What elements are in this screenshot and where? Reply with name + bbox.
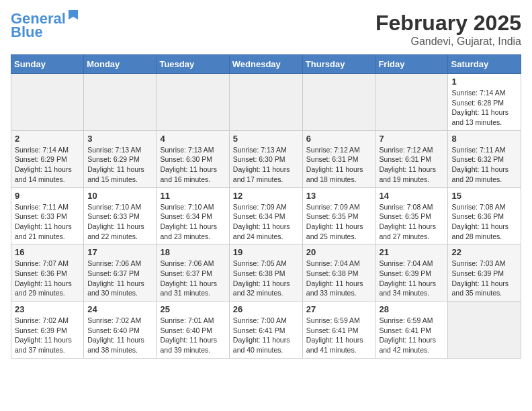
calendar-cell: 17Sunrise: 7:06 AM Sunset: 6:37 PM Dayli… xyxy=(84,244,157,302)
day-number: 25 xyxy=(160,304,225,314)
calendar-cell: 16Sunrise: 7:07 AM Sunset: 6:36 PM Dayli… xyxy=(11,244,84,302)
day-info: Sunrise: 7:07 AM Sunset: 6:36 PM Dayligh… xyxy=(15,259,80,298)
day-number: 1 xyxy=(451,77,517,87)
day-number: 14 xyxy=(379,191,444,201)
day-number: 5 xyxy=(233,134,299,144)
calendar-cell xyxy=(84,74,157,131)
day-info: Sunrise: 7:10 AM Sunset: 6:33 PM Dayligh… xyxy=(87,202,152,242)
day-info: Sunrise: 7:06 AM Sunset: 6:37 PM Dayligh… xyxy=(160,259,225,298)
day-number: 3 xyxy=(87,134,152,144)
calendar-cell: 13Sunrise: 7:09 AM Sunset: 6:35 PM Dayli… xyxy=(302,187,375,244)
day-info: Sunrise: 7:09 AM Sunset: 6:34 PM Dayligh… xyxy=(233,202,299,242)
week-row-4: 16Sunrise: 7:07 AM Sunset: 6:36 PM Dayli… xyxy=(11,244,521,302)
calendar-cell: 15Sunrise: 7:08 AM Sunset: 6:36 PM Dayli… xyxy=(448,187,521,244)
day-info: Sunrise: 7:02 AM Sunset: 6:39 PM Dayligh… xyxy=(15,316,80,355)
day-info: Sunrise: 6:59 AM Sunset: 6:41 PM Dayligh… xyxy=(379,316,444,355)
calendar-cell xyxy=(11,74,84,131)
weekday-header-saturday: Saturday xyxy=(448,55,521,74)
day-number: 20 xyxy=(306,247,372,257)
calendar-cell: 21Sunrise: 7:04 AM Sunset: 6:39 PM Dayli… xyxy=(375,244,448,302)
calendar-cell: 24Sunrise: 7:02 AM Sunset: 6:40 PM Dayli… xyxy=(84,302,157,359)
day-info: Sunrise: 7:04 AM Sunset: 6:39 PM Dayligh… xyxy=(379,259,444,298)
calendar-cell xyxy=(375,74,448,131)
day-number: 10 xyxy=(87,191,152,201)
day-info: Sunrise: 7:14 AM Sunset: 6:28 PM Dayligh… xyxy=(451,88,517,128)
day-number: 12 xyxy=(233,191,299,201)
calendar-cell: 20Sunrise: 7:04 AM Sunset: 6:38 PM Dayli… xyxy=(302,244,375,302)
title-area: February 2025 Gandevi, Gujarat, India xyxy=(375,11,521,48)
calendar-cell: 1Sunrise: 7:14 AM Sunset: 6:28 PM Daylig… xyxy=(448,74,521,131)
day-info: Sunrise: 7:13 AM Sunset: 6:30 PM Dayligh… xyxy=(233,145,299,185)
day-number: 6 xyxy=(306,134,372,144)
weekday-header-wednesday: Wednesday xyxy=(229,55,302,74)
week-row-2: 2Sunrise: 7:14 AM Sunset: 6:29 PM Daylig… xyxy=(11,130,521,187)
day-number: 11 xyxy=(160,191,225,201)
calendar-cell: 26Sunrise: 7:00 AM Sunset: 6:41 PM Dayli… xyxy=(229,302,302,359)
day-number: 4 xyxy=(160,134,225,144)
calendar-cell: 5Sunrise: 7:13 AM Sunset: 6:30 PM Daylig… xyxy=(229,130,302,187)
calendar-cell xyxy=(448,302,521,359)
day-number: 26 xyxy=(233,304,299,314)
day-info: Sunrise: 7:04 AM Sunset: 6:38 PM Dayligh… xyxy=(306,259,372,298)
day-number: 18 xyxy=(160,247,225,257)
day-info: Sunrise: 7:06 AM Sunset: 6:37 PM Dayligh… xyxy=(87,259,152,298)
day-number: 24 xyxy=(87,304,152,314)
week-row-5: 23Sunrise: 7:02 AM Sunset: 6:39 PM Dayli… xyxy=(11,302,521,359)
day-info: Sunrise: 7:03 AM Sunset: 6:39 PM Dayligh… xyxy=(451,259,517,298)
day-info: Sunrise: 7:02 AM Sunset: 6:40 PM Dayligh… xyxy=(87,316,152,355)
calendar-cell xyxy=(229,74,302,131)
calendar-cell: 2Sunrise: 7:14 AM Sunset: 6:29 PM Daylig… xyxy=(11,130,84,187)
day-number: 8 xyxy=(451,134,517,144)
calendar-cell: 9Sunrise: 7:11 AM Sunset: 6:33 PM Daylig… xyxy=(11,187,84,244)
day-info: Sunrise: 7:13 AM Sunset: 6:30 PM Dayligh… xyxy=(160,145,225,185)
week-row-3: 9Sunrise: 7:11 AM Sunset: 6:33 PM Daylig… xyxy=(11,187,521,244)
day-number: 27 xyxy=(306,304,372,314)
calendar-cell xyxy=(302,74,375,131)
calendar-cell xyxy=(157,74,229,131)
day-info: Sunrise: 7:14 AM Sunset: 6:29 PM Dayligh… xyxy=(15,145,80,185)
day-info: Sunrise: 7:11 AM Sunset: 6:32 PM Dayligh… xyxy=(451,145,517,185)
week-row-1: 1Sunrise: 7:14 AM Sunset: 6:28 PM Daylig… xyxy=(11,74,521,131)
calendar-cell: 25Sunrise: 7:01 AM Sunset: 6:40 PM Dayli… xyxy=(157,302,229,359)
calendar-cell: 3Sunrise: 7:13 AM Sunset: 6:29 PM Daylig… xyxy=(84,130,157,187)
calendar-cell: 4Sunrise: 7:13 AM Sunset: 6:30 PM Daylig… xyxy=(157,130,229,187)
day-info: Sunrise: 6:59 AM Sunset: 6:41 PM Dayligh… xyxy=(306,316,372,355)
weekday-header-sunday: Sunday xyxy=(11,55,84,74)
day-info: Sunrise: 7:13 AM Sunset: 6:29 PM Dayligh… xyxy=(87,145,152,185)
calendar-cell: 23Sunrise: 7:02 AM Sunset: 6:39 PM Dayli… xyxy=(11,302,84,359)
day-number: 2 xyxy=(15,134,80,144)
day-number: 21 xyxy=(379,247,444,257)
svg-marker-0 xyxy=(69,10,78,19)
month-year-title: February 2025 xyxy=(375,11,521,36)
day-number: 19 xyxy=(233,247,299,257)
weekday-header-thursday: Thursday xyxy=(302,55,375,74)
calendar-cell: 11Sunrise: 7:10 AM Sunset: 6:34 PM Dayli… xyxy=(157,187,229,244)
day-info: Sunrise: 7:12 AM Sunset: 6:31 PM Dayligh… xyxy=(379,145,444,185)
weekday-header-friday: Friday xyxy=(375,55,448,74)
logo-icon xyxy=(67,10,79,25)
header: General Blue February 2025 Gandevi, Guja… xyxy=(11,11,521,48)
day-info: Sunrise: 7:05 AM Sunset: 6:38 PM Dayligh… xyxy=(233,259,299,298)
weekday-header-tuesday: Tuesday xyxy=(157,55,229,74)
day-number: 22 xyxy=(451,247,517,257)
location-subtitle: Gandevi, Gujarat, India xyxy=(375,36,521,48)
calendar-cell: 8Sunrise: 7:11 AM Sunset: 6:32 PM Daylig… xyxy=(448,130,521,187)
calendar-cell: 27Sunrise: 6:59 AM Sunset: 6:41 PM Dayli… xyxy=(302,302,375,359)
day-number: 28 xyxy=(379,304,444,314)
day-number: 23 xyxy=(15,304,80,314)
day-info: Sunrise: 7:09 AM Sunset: 6:35 PM Dayligh… xyxy=(306,202,372,242)
logo: General Blue xyxy=(11,11,79,40)
calendar-table: SundayMondayTuesdayWednesdayThursdayFrid… xyxy=(11,54,521,359)
day-number: 17 xyxy=(87,247,152,257)
day-number: 16 xyxy=(15,247,80,257)
calendar-cell: 22Sunrise: 7:03 AM Sunset: 6:39 PM Dayli… xyxy=(448,244,521,302)
calendar-cell: 7Sunrise: 7:12 AM Sunset: 6:31 PM Daylig… xyxy=(375,130,448,187)
day-number: 15 xyxy=(451,191,517,201)
day-info: Sunrise: 7:11 AM Sunset: 6:33 PM Dayligh… xyxy=(15,202,80,242)
day-number: 13 xyxy=(306,191,372,201)
calendar-cell: 19Sunrise: 7:05 AM Sunset: 6:38 PM Dayli… xyxy=(229,244,302,302)
day-info: Sunrise: 7:00 AM Sunset: 6:41 PM Dayligh… xyxy=(233,316,299,355)
calendar-cell: 12Sunrise: 7:09 AM Sunset: 6:34 PM Dayli… xyxy=(229,187,302,244)
day-number: 7 xyxy=(379,134,444,144)
day-info: Sunrise: 7:10 AM Sunset: 6:34 PM Dayligh… xyxy=(160,202,225,242)
